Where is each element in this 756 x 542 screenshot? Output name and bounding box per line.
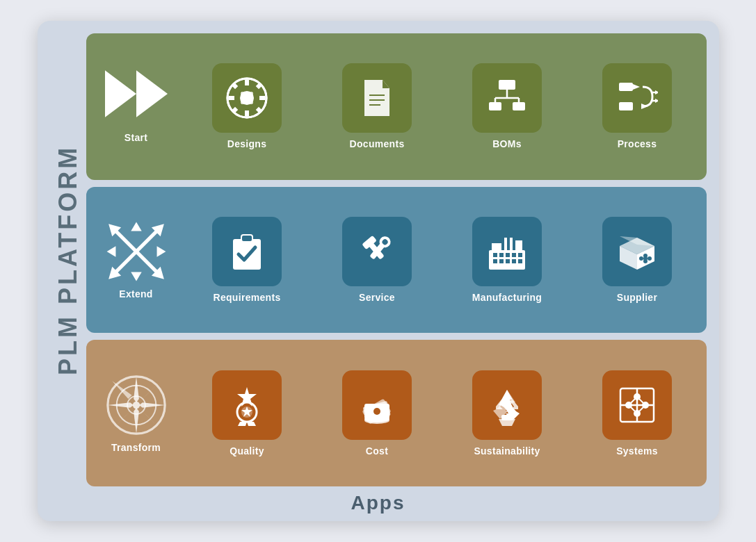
boms-label: BOMs [492, 138, 522, 149]
supplier-cell[interactable]: Supplier [577, 194, 698, 327]
svg-point-75 [643, 256, 648, 261]
manufacturing-icon [486, 231, 528, 272]
svg-rect-58 [499, 253, 504, 257]
requirements-label: Requirements [214, 292, 281, 303]
svg-marker-40 [131, 222, 141, 231]
svg-rect-20 [499, 80, 515, 90]
svg-rect-97 [501, 415, 513, 420]
platform-label: PLM PLATFORM [50, 33, 86, 486]
svg-marker-28 [633, 84, 640, 90]
svg-rect-60 [512, 253, 516, 257]
requirements-icon [226, 231, 268, 272]
documents-label: Documents [350, 138, 405, 149]
extend-arrows-icon [105, 220, 168, 283]
manufacturing-icon-box [472, 217, 542, 286]
supplier-icon [616, 231, 658, 272]
service-icon [356, 231, 398, 272]
svg-marker-43 [156, 246, 166, 256]
svg-rect-54 [504, 238, 507, 250]
transform-icon [105, 374, 168, 436]
systems-cell[interactable]: Systems [577, 347, 698, 479]
compass-icon [105, 374, 168, 436]
top-row: Start [86, 33, 707, 180]
svg-marker-85 [112, 411, 130, 429]
extend-label: Extend [119, 288, 152, 299]
start-icon [105, 69, 168, 126]
quality-label: Quality [230, 445, 264, 457]
extend-cell[interactable]: Extend [95, 194, 178, 327]
svg-marker-81 [107, 402, 133, 408]
svg-rect-21 [489, 102, 501, 110]
cost-icon [356, 384, 398, 426]
svg-rect-61 [518, 253, 522, 257]
systems-label: Systems [616, 445, 658, 457]
documents-cell[interactable]: Documents [316, 40, 438, 173]
svg-rect-45 [241, 235, 252, 242]
svg-marker-86 [143, 411, 161, 429]
process-cell[interactable]: Process [577, 40, 698, 173]
cost-icon-box [342, 370, 412, 440]
service-icon-box [342, 217, 412, 286]
supplier-label: Supplier [617, 292, 657, 303]
process-icon-box [602, 63, 672, 133]
start-cell[interactable]: Start [95, 40, 178, 173]
svg-rect-56 [515, 240, 522, 250]
quality-cell[interactable]: Quality [186, 347, 308, 479]
designs-cell[interactable]: Designs [186, 40, 308, 173]
systems-icon-box [602, 370, 672, 440]
svg-marker-32 [655, 90, 658, 95]
sustainability-icon-box [472, 370, 542, 440]
systems-icon [616, 384, 658, 426]
manufacturing-cell[interactable]: Manufacturing [447, 194, 568, 327]
svg-marker-83 [112, 381, 131, 399]
designs-icon [226, 77, 268, 119]
requirements-cell[interactable]: Requirements [186, 194, 308, 327]
svg-marker-82 [138, 402, 164, 408]
cost-cell[interactable]: Cost [316, 347, 438, 479]
svg-rect-63 [499, 259, 504, 263]
sustainability-label: Sustainability [474, 445, 540, 457]
svg-point-94 [373, 408, 380, 415]
svg-marker-42 [106, 246, 115, 256]
svg-rect-22 [513, 102, 525, 110]
svg-rect-57 [493, 253, 497, 257]
documents-icon [356, 77, 398, 119]
requirements-icon-box [212, 217, 282, 286]
svg-rect-27 [619, 83, 633, 91]
main-grid: Start [86, 33, 707, 486]
svg-marker-84 [143, 381, 161, 399]
sustainability-cell[interactable]: Sustainability [447, 347, 568, 479]
supplier-icon-box [602, 217, 672, 286]
transform-cell[interactable]: Transform [95, 347, 178, 479]
svg-marker-79 [134, 377, 139, 402]
svg-marker-0 [105, 71, 136, 118]
quality-icon [226, 384, 268, 426]
svg-marker-29 [641, 104, 648, 109]
svg-marker-1 [136, 71, 168, 118]
svg-point-87 [132, 402, 139, 409]
svg-line-108 [637, 405, 645, 413]
boms-cell[interactable]: BOMs [447, 40, 568, 173]
svg-point-73 [648, 256, 652, 261]
cost-label: Cost [366, 445, 388, 457]
svg-rect-55 [510, 238, 513, 250]
designs-icon-box [212, 63, 282, 133]
svg-rect-62 [493, 259, 497, 263]
plm-platform-diagram: PLM PLATFORM Start [38, 21, 719, 521]
svg-line-107 [629, 405, 637, 413]
documents-icon-box [342, 63, 412, 133]
svg-point-3 [240, 91, 254, 105]
boms-icon [486, 77, 528, 119]
boms-icon-box [472, 63, 542, 133]
service-cell[interactable]: Service [316, 194, 438, 327]
quality-icon-box [212, 370, 282, 440]
svg-rect-64 [506, 259, 510, 263]
apps-label: Apps [38, 492, 719, 514]
process-label: Process [618, 138, 657, 149]
start-label: Start [124, 132, 147, 143]
transform-label: Transform [111, 442, 161, 453]
svg-rect-66 [518, 259, 522, 263]
svg-marker-80 [134, 408, 139, 434]
svg-rect-65 [512, 259, 516, 263]
svg-point-96 [364, 416, 389, 422]
